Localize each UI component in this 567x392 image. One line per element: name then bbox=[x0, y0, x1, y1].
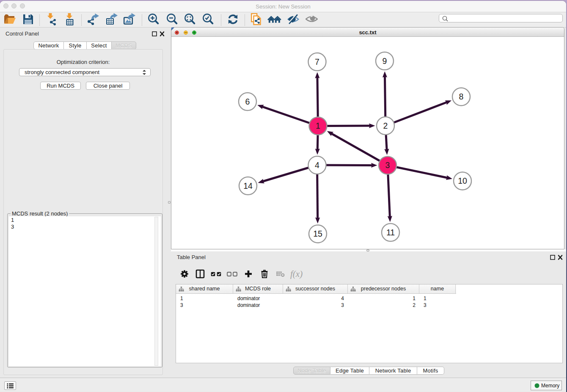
svg-text:6: 6 bbox=[245, 97, 250, 106]
svg-text:10: 10 bbox=[458, 176, 467, 185]
svg-text:3: 3 bbox=[385, 160, 390, 170]
svg-text:1: 1 bbox=[316, 121, 320, 130]
svg-text:15: 15 bbox=[313, 229, 322, 238]
svg-text:8: 8 bbox=[459, 92, 464, 101]
svg-text:11: 11 bbox=[386, 228, 395, 237]
svg-text:9: 9 bbox=[383, 56, 387, 66]
svg-text:4: 4 bbox=[315, 160, 319, 170]
svg-text:2: 2 bbox=[383, 121, 388, 130]
svg-text:14: 14 bbox=[243, 181, 253, 190]
svg-text:7: 7 bbox=[315, 57, 319, 66]
